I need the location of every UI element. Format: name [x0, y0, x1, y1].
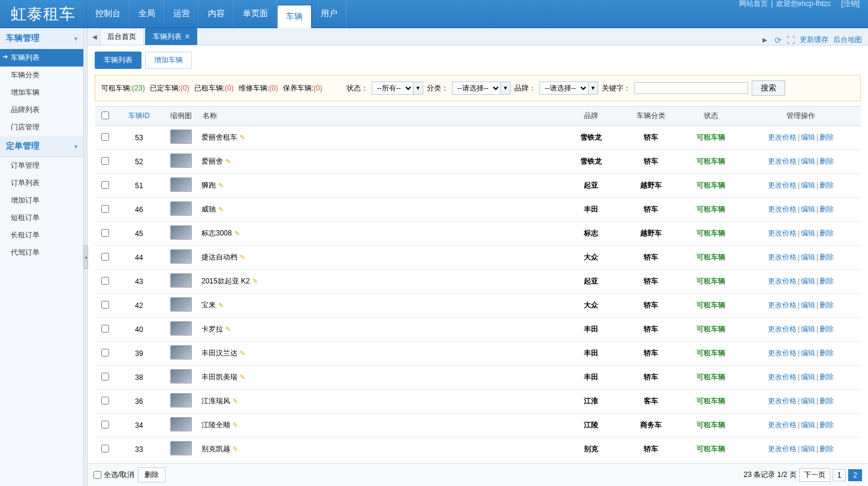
row-checkbox[interactable] — [101, 421, 109, 428]
thumbnail-image[interactable] — [170, 321, 192, 336]
action-edit[interactable]: 编辑 — [801, 205, 815, 213]
sidebar-splitter[interactable]: ◂ — [84, 28, 88, 486]
select-category[interactable]: --请选择-- — [452, 81, 501, 95]
action-price[interactable]: 更改价格 — [768, 301, 797, 309]
action-price[interactable]: 更改价格 — [768, 397, 797, 405]
row-checkbox[interactable] — [101, 253, 109, 261]
action-edit[interactable]: 编辑 — [801, 181, 815, 189]
pencil-icon[interactable]: ✎ — [218, 182, 224, 189]
pencil-icon[interactable]: ✎ — [233, 421, 238, 428]
action-price[interactable]: 更改价格 — [768, 421, 797, 429]
pencil-icon[interactable]: ✎ — [233, 445, 238, 452]
action-delete[interactable]: 删除 — [819, 181, 834, 189]
link-logout[interactable]: [注销] — [841, 0, 860, 8]
fullscreen-icon[interactable]: ⛶ — [786, 35, 795, 45]
sidebar-section-head[interactable]: 车辆管理▾ — [0, 28, 83, 49]
action-edit[interactable]: 编辑 — [801, 421, 815, 429]
pencil-icon[interactable]: ✎ — [240, 349, 245, 357]
select-status[interactable]: --所有-- — [372, 81, 414, 95]
pencil-icon[interactable]: ✎ — [225, 158, 231, 165]
thumbnail-image[interactable] — [170, 177, 192, 192]
row-checkbox[interactable] — [101, 277, 109, 285]
pager-next[interactable]: 下一页 — [799, 468, 830, 482]
action-delete[interactable]: 删除 — [819, 253, 834, 261]
label-select-all[interactable]: 全选/取消 — [104, 470, 134, 480]
action-delete[interactable]: 删除 — [819, 277, 834, 285]
action-edit[interactable]: 编辑 — [801, 157, 815, 165]
action-delete[interactable]: 删除 — [819, 349, 834, 357]
thumbnail-image[interactable] — [170, 273, 192, 288]
pencil-icon[interactable]: ✎ — [234, 230, 240, 237]
row-checkbox[interactable] — [101, 229, 109, 237]
thumbnail-image[interactable] — [170, 393, 192, 407]
action-edit[interactable]: 编辑 — [801, 229, 815, 237]
main-tab-4[interactable]: 单页面 — [234, 0, 277, 28]
action-price[interactable]: 更改价格 — [768, 181, 797, 189]
sidebar-item[interactable]: 订单列表 — [0, 174, 83, 192]
pencil-icon[interactable]: ✎ — [240, 134, 245, 141]
link-welcome[interactable]: 欢迎您ehcp-fhtzc — [776, 0, 831, 8]
action-edit[interactable]: 编辑 — [801, 349, 815, 357]
action-price[interactable]: 更改价格 — [768, 445, 797, 453]
action-delete[interactable]: 删除 — [819, 421, 834, 429]
action-edit[interactable]: 编辑 — [801, 397, 815, 405]
action-price[interactable]: 更改价格 — [768, 325, 797, 333]
action-delete[interactable]: 删除 — [819, 229, 834, 237]
close-icon[interactable]: × — [185, 32, 189, 41]
subtab-add[interactable]: 增加车辆 — [145, 52, 192, 69]
sidebar-item[interactable]: 车辆分类 — [0, 67, 83, 84]
row-checkbox[interactable] — [101, 325, 109, 333]
row-checkbox[interactable] — [101, 133, 109, 141]
pencil-icon[interactable]: ✎ — [233, 397, 238, 405]
action-edit[interactable]: 编辑 — [801, 133, 815, 141]
main-tab-5[interactable]: 车辆 — [277, 5, 312, 28]
action-delete[interactable]: 删除 — [819, 397, 834, 405]
tab-dashboard-home[interactable]: 后台首页 — [100, 28, 144, 45]
row-checkbox[interactable] — [101, 181, 109, 189]
subtab-list[interactable]: 车辆列表 — [95, 52, 141, 69]
sidebar-item[interactable]: 增加车辆 — [0, 84, 83, 101]
main-tab-2[interactable]: 运营 — [164, 0, 199, 28]
sidebar-item[interactable]: 品牌列表 — [0, 101, 83, 119]
pencil-icon[interactable]: ✎ — [225, 325, 231, 333]
sidebar-item[interactable]: 门店管理 — [0, 119, 83, 136]
sidebar-item[interactable]: 代驾订单 — [0, 244, 83, 261]
main-tab-6[interactable]: 用户 — [312, 0, 346, 28]
action-delete[interactable]: 删除 — [819, 445, 834, 453]
thumbnail-image[interactable] — [170, 201, 192, 216]
thumbnail-image[interactable] — [170, 225, 192, 240]
input-keyword[interactable] — [634, 82, 748, 94]
tabbar-next-icon[interactable]: ▶ — [760, 37, 770, 43]
main-tab-1[interactable]: 全局 — [129, 0, 164, 28]
pager-1[interactable]: 1 — [833, 469, 846, 481]
sidebar-item[interactable]: 增加订单 — [0, 192, 83, 209]
action-price[interactable]: 更改价格 — [768, 349, 797, 357]
thumbnail-image[interactable] — [170, 369, 192, 384]
action-price[interactable]: 更改价格 — [768, 373, 797, 381]
col-id[interactable]: 车辆ID — [115, 107, 163, 126]
thumbnail-image[interactable] — [170, 441, 192, 455]
row-checkbox[interactable] — [101, 349, 109, 357]
refresh-icon[interactable]: ⟳ — [774, 35, 782, 45]
action-edit[interactable]: 编辑 — [801, 277, 815, 285]
delete-button[interactable]: 删除 — [138, 467, 165, 482]
row-checkbox[interactable] — [101, 157, 109, 165]
thumbnail-image[interactable] — [170, 129, 192, 144]
action-edit[interactable]: 编辑 — [801, 301, 815, 309]
thumbnail-image[interactable] — [170, 297, 192, 312]
action-price[interactable]: 更改价格 — [768, 277, 797, 285]
tab-vehicle-list[interactable]: 车辆列表× — [145, 28, 197, 45]
dropdown-icon[interactable]: ▼ — [501, 81, 511, 95]
action-price[interactable]: 更改价格 — [768, 157, 797, 165]
action-delete[interactable]: 删除 — [819, 325, 834, 333]
row-checkbox[interactable] — [101, 373, 109, 381]
pencil-icon[interactable]: ✎ — [240, 253, 245, 261]
checkbox-footer-all[interactable] — [94, 471, 101, 479]
splitter-grip[interactable]: ◂ — [83, 245, 88, 269]
thumbnail-image[interactable] — [170, 345, 192, 360]
link-sitemap[interactable]: 后台地图 — [833, 35, 862, 45]
checkbox-all[interactable] — [101, 111, 109, 119]
action-price[interactable]: 更改价格 — [768, 253, 797, 261]
pencil-icon[interactable]: ✎ — [218, 206, 224, 213]
row-checkbox[interactable] — [101, 397, 109, 405]
